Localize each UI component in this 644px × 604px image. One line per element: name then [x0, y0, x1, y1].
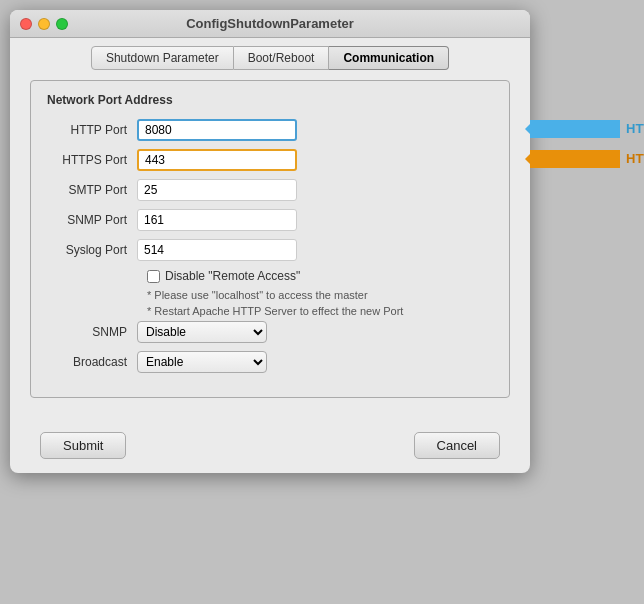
https-port-row: HTTPS Port [47, 149, 493, 171]
content-area: Network Port Address HTTP Port HTTPS Por… [10, 70, 530, 422]
https-annotation: HTTPS端口 [530, 150, 644, 168]
http-port-row: HTTP Port [47, 119, 493, 141]
syslog-port-label: Syslog Port [47, 243, 137, 257]
orange-arrow-line [530, 150, 620, 168]
minimize-button[interactable] [38, 18, 50, 30]
smtp-port-label: SMTP Port [47, 183, 137, 197]
submit-button[interactable]: Submit [40, 432, 126, 459]
tab-communication[interactable]: Communication [329, 46, 449, 70]
broadcast-select[interactable]: Disable Enable [137, 351, 267, 373]
snmp-port-input[interactable] [137, 209, 297, 231]
syslog-port-row: Syslog Port [47, 239, 493, 261]
button-row: Submit Cancel [10, 422, 530, 473]
section-title: Network Port Address [47, 93, 493, 107]
broadcast-select-label: Broadcast [47, 355, 137, 369]
maximize-button[interactable] [56, 18, 68, 30]
http-port-input[interactable] [137, 119, 297, 141]
https-port-input[interactable] [137, 149, 297, 171]
close-button[interactable] [20, 18, 32, 30]
blue-arrow-line [530, 120, 620, 138]
snmp-select[interactable]: Disable Enable [137, 321, 267, 343]
snmp-port-label: SNMP Port [47, 213, 137, 227]
tabbar: Shutdown Parameter Boot/Reboot Communica… [10, 38, 530, 70]
smtp-port-row: SMTP Port [47, 179, 493, 201]
http-annotation-text: HTTP端口 [626, 120, 644, 138]
https-port-label: HTTPS Port [47, 153, 137, 167]
smtp-port-input[interactable] [137, 179, 297, 201]
disable-remote-access-row: Disable "Remote Access" [147, 269, 493, 283]
disable-remote-access-label: Disable "Remote Access" [165, 269, 300, 283]
snmp-port-row: SNMP Port [47, 209, 493, 231]
http-annotation: HTTP端口 [530, 120, 644, 138]
snmp-select-row: SNMP Disable Enable [47, 321, 493, 343]
syslog-port-input[interactable] [137, 239, 297, 261]
window-title: ConfigShutdownParameter [186, 16, 354, 31]
tab-shutdown-parameter[interactable]: Shutdown Parameter [91, 46, 234, 70]
disable-remote-access-checkbox[interactable] [147, 270, 160, 283]
note-localhost: * Please use "localhost" to access the m… [147, 289, 493, 301]
broadcast-select-row: Broadcast Disable Enable [47, 351, 493, 373]
cancel-button[interactable]: Cancel [414, 432, 500, 459]
http-port-label: HTTP Port [47, 123, 137, 137]
snmp-select-label: SNMP [47, 325, 137, 339]
note-restart-apache: * Restart Apache HTTP Server to effect t… [147, 305, 493, 317]
traffic-lights [20, 18, 68, 30]
tab-boot-reboot[interactable]: Boot/Reboot [234, 46, 330, 70]
network-port-address-box: Network Port Address HTTP Port HTTPS Por… [30, 80, 510, 398]
titlebar: ConfigShutdownParameter [10, 10, 530, 38]
main-window: ConfigShutdownParameter Shutdown Paramet… [10, 10, 530, 473]
https-annotation-text: HTTPS端口 [626, 150, 644, 168]
